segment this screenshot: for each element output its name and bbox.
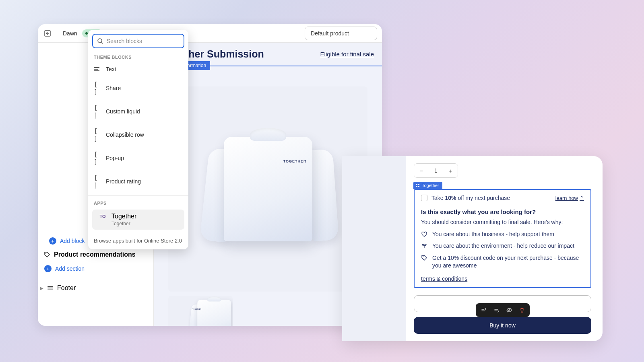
heart-icon: [421, 231, 428, 239]
move-down-button[interactable]: [492, 306, 501, 315]
block-icon: [416, 183, 420, 187]
plus-icon: +: [49, 237, 56, 245]
group-title-apps: APPS: [88, 198, 188, 208]
block-option-product-rating[interactable]: [ ]Product rating: [88, 170, 188, 193]
offer-description: You should consider committing to final …: [421, 218, 584, 226]
section-product-recommendations[interactable]: Product recommendations: [38, 248, 153, 261]
add-section-button[interactable]: + Add section: [38, 261, 153, 276]
theme-editor-window: Dawn Live ••• Default product + Add bloc…: [38, 24, 382, 326]
svg-rect-9: [416, 186, 417, 187]
quantity-stepper: − 1 +: [414, 163, 458, 178]
benefit-item: Get a 10% discount code on your next pur…: [421, 254, 584, 270]
delete-button[interactable]: [518, 306, 526, 315]
chevron-up-icon: ⌃: [580, 195, 584, 201]
svg-point-1: [45, 253, 46, 254]
block-option-collapsible-row[interactable]: [ ]Collapsible row: [88, 123, 188, 146]
tag-icon: [421, 255, 428, 270]
search-input[interactable]: [107, 38, 180, 44]
hide-button[interactable]: [505, 306, 514, 315]
block-option-popup[interactable]: [ ]Pop-up: [88, 146, 188, 170]
product-main-image[interactable]: TOGETHER: [168, 86, 367, 292]
benefit-item: You care about this business - help supp…: [421, 230, 584, 239]
liquid-icon: [ ]: [94, 104, 101, 119]
offer-text: Take 10% off my next purchase: [431, 195, 510, 201]
move-up-button[interactable]: [479, 306, 488, 315]
add-block-popover: THEME BLOCKS Text [ ]Share [ ]Custom liq…: [88, 30, 188, 249]
collapsible-icon: [ ]: [94, 127, 101, 142]
learn-how-link[interactable]: learn how⌃: [555, 195, 584, 201]
svg-rect-7: [416, 184, 417, 185]
app-block-together[interactable]: TO Together Together: [92, 210, 184, 230]
svg-rect-10: [418, 186, 419, 187]
terms-link[interactable]: terms & conditions: [421, 276, 467, 282]
block-option-text[interactable]: Text: [88, 62, 188, 76]
group-title-theme: THEME BLOCKS: [88, 52, 188, 62]
offer-checkbox[interactable]: [421, 195, 427, 201]
section-footer[interactable]: ▶ Footer: [38, 282, 153, 294]
block-option-custom-liquid[interactable]: [ ]Custom liquid: [88, 100, 188, 123]
qty-decrease-button[interactable]: −: [414, 164, 429, 177]
browse-apps-link[interactable]: Browse apps built for Online Store 2.0: [88, 234, 188, 249]
tag-icon: [43, 251, 51, 258]
exit-button[interactable]: [38, 24, 57, 43]
popup-icon: [ ]: [94, 150, 101, 166]
svg-point-11: [423, 256, 423, 257]
product-thumbnail[interactable]: TOGETHER: [168, 296, 233, 326]
exit-icon: [44, 30, 51, 37]
svg-rect-8: [418, 184, 419, 185]
footer-icon: [47, 284, 54, 292]
block-toolbar: [476, 303, 530, 317]
qty-value: 1: [429, 164, 443, 177]
plant-icon: [421, 243, 428, 250]
theme-name: Dawn: [63, 30, 77, 37]
share-icon: [ ]: [94, 80, 101, 96]
together-offer-block: Take 10% off my next purchase learn how⌃…: [414, 189, 591, 288]
app-logo: TO: [98, 213, 107, 220]
search-icon: [97, 38, 103, 44]
buy-now-button[interactable]: Buy it now: [414, 317, 591, 334]
block-label-together[interactable]: Together: [413, 182, 442, 189]
text-icon: [94, 67, 101, 71]
rating-icon: [ ]: [94, 174, 101, 189]
block-option-share[interactable]: [ ]Share: [88, 76, 188, 100]
benefit-item: You care about the environment - help re…: [421, 242, 584, 250]
plus-icon: +: [44, 265, 52, 272]
product-detail-panel: − 1 + Together Take 10% off my next purc…: [342, 156, 603, 341]
qty-increase-button[interactable]: +: [443, 164, 458, 177]
template-selector[interactable]: Default product: [305, 27, 377, 40]
search-blocks-field[interactable]: [92, 34, 184, 48]
final-sale-eligible-link[interactable]: Eligible for final sale: [320, 51, 374, 58]
caret-right-icon: ▶: [40, 286, 43, 290]
offer-question: Is this exactly what you are looking for…: [421, 208, 584, 215]
